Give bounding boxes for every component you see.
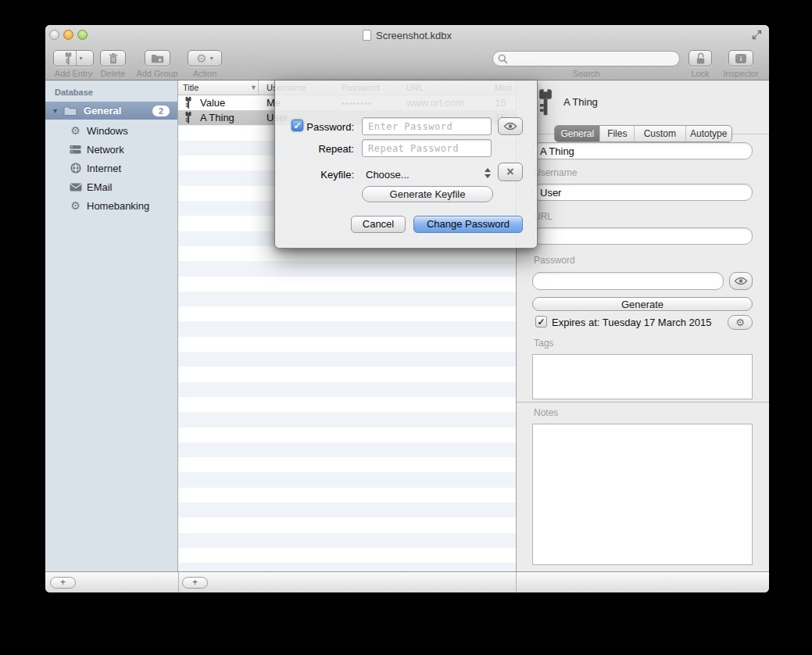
- add-group-footer-button[interactable]: +: [50, 577, 76, 589]
- tab-general[interactable]: General: [555, 126, 599, 141]
- password-label: Password: [534, 255, 575, 266]
- stepper-icon[interactable]: [485, 168, 491, 178]
- repeat-label: Repeat:: [299, 143, 354, 155]
- cell-title: A Thing: [200, 112, 234, 123]
- sidebar-item-label: EMail: [87, 181, 113, 193]
- generate-password-button[interactable]: Generate: [532, 297, 753, 311]
- notes-textarea[interactable]: [532, 424, 753, 565]
- gear-icon: ⚙: [69, 125, 82, 136]
- notes-label: Notes: [534, 407, 558, 418]
- entry-count-badge: 2: [152, 106, 170, 116]
- gear-icon: ⚙: [69, 200, 82, 211]
- password-field[interactable]: [532, 272, 724, 290]
- sidebar-group-label: General: [84, 105, 121, 116]
- sidebar-section-header: Database: [55, 88, 93, 97]
- window-chrome: Screenshot.kdbx ▾: [45, 25, 769, 81]
- expires-options-button[interactable]: ⚙: [728, 315, 753, 330]
- sidebar-item-label: Internet: [87, 163, 121, 174]
- app-window: Screenshot.kdbx ▾: [45, 25, 769, 592]
- disclosure-triangle-icon[interactable]: ▾: [53, 106, 57, 115]
- delete-button[interactable]: [100, 50, 126, 66]
- eye-icon: [734, 277, 748, 285]
- key-icon: [537, 88, 554, 118]
- add-group-label: Add Group: [127, 69, 187, 78]
- add-entry-footer-button[interactable]: +: [182, 577, 208, 589]
- inspector-panel: A Thing General Files Custom Autotype Us…: [516, 81, 769, 571]
- sidebar: Database ▾ General 2 ⚙ Windows Network: [45, 81, 178, 571]
- split-divider: [76, 51, 77, 66]
- password-label: Password:: [299, 121, 354, 133]
- cancel-button[interactable]: Cancel: [351, 216, 406, 233]
- sidebar-item-label: Windows: [87, 125, 128, 137]
- info-icon: i: [735, 54, 746, 63]
- url-field[interactable]: [532, 227, 753, 245]
- key-icon: [184, 96, 192, 109]
- add-group-button[interactable]: [145, 50, 170, 66]
- cell-title: Value: [200, 97, 225, 109]
- folder-plus-icon: [151, 53, 164, 64]
- window-footer: + +: [45, 571, 769, 592]
- inspector-tabs: General Files Custom Autotype: [554, 125, 732, 142]
- change-password-sheet: ✓ Password: Repeat: Keyfile: Choose... ×…: [274, 81, 538, 249]
- eye-icon: [503, 122, 517, 131]
- expires-label: Expires at: Tuesday 17 March 2015: [552, 317, 712, 328]
- footer-divider: [516, 572, 517, 592]
- expires-checkbox[interactable]: ✓: [535, 316, 547, 328]
- gear-icon: ⚙: [735, 317, 745, 328]
- sidebar-item-label: Homebanking: [87, 200, 149, 212]
- document-icon: [363, 30, 371, 41]
- sidebar-item-homebanking[interactable]: ⚙ Homebanking: [45, 196, 177, 215]
- username-field[interactable]: [532, 184, 753, 201]
- column-header-title[interactable]: Title: [183, 83, 199, 92]
- folder-icon: [63, 106, 77, 116]
- gear-icon: ⚙: [196, 52, 206, 64]
- sidebar-item-windows[interactable]: ⚙ Windows: [45, 121, 177, 140]
- column-divider[interactable]: [258, 81, 259, 95]
- lock-open-icon: [695, 52, 706, 65]
- lock-button[interactable]: [689, 50, 712, 66]
- sidebar-item-network[interactable]: Network: [45, 140, 177, 159]
- tab-files[interactable]: Files: [599, 126, 634, 141]
- repeat-password-input[interactable]: [362, 139, 492, 157]
- tab-custom[interactable]: Custom: [634, 126, 685, 141]
- action-label: Action: [186, 69, 224, 78]
- clear-keyfile-button[interactable]: ×: [498, 163, 523, 181]
- key-icon: [184, 111, 192, 124]
- sidebar-item-email[interactable]: EMail: [45, 177, 177, 196]
- title-field[interactable]: [532, 142, 753, 159]
- globe-icon: [69, 163, 82, 174]
- window-title: Screenshot.kdbx: [45, 30, 769, 41]
- inspector-label: Inspector: [714, 69, 768, 78]
- section-divider[interactable]: [517, 402, 769, 403]
- search-input[interactable]: [508, 53, 674, 64]
- search-icon: [498, 54, 508, 64]
- show-password-button[interactable]: [729, 272, 753, 290]
- show-password-button[interactable]: [498, 117, 523, 135]
- generate-keyfile-button[interactable]: Generate Keyfile: [362, 186, 493, 202]
- inspector-button[interactable]: i: [728, 50, 753, 66]
- action-button[interactable]: ⚙ ▾: [188, 50, 222, 66]
- search-field[interactable]: [492, 51, 680, 66]
- new-password-input[interactable]: [362, 117, 492, 135]
- keyfile-label: Keyfile:: [299, 169, 354, 181]
- add-entry-button[interactable]: ▾: [53, 50, 94, 66]
- add-entry-label: Add Entry: [45, 69, 102, 78]
- fullscreen-icon[interactable]: [752, 30, 762, 40]
- change-password-button[interactable]: Change Password: [413, 216, 523, 233]
- keyfile-popup[interactable]: Choose...: [366, 169, 410, 181]
- footer-divider: [178, 572, 179, 592]
- sidebar-item-internet[interactable]: Internet: [45, 159, 177, 177]
- server-icon: [69, 145, 82, 155]
- sidebar-item-label: Network: [87, 144, 124, 156]
- tab-autotype[interactable]: Autotype: [685, 126, 732, 141]
- sidebar-group-general[interactable]: ▾ General 2: [45, 102, 177, 120]
- envelope-icon: [69, 183, 82, 191]
- trash-icon: [108, 52, 119, 65]
- search-label: Search: [555, 69, 617, 78]
- chevron-down-icon: ▾: [210, 55, 213, 62]
- close-icon: ×: [506, 166, 513, 178]
- delete-label: Delete: [95, 69, 131, 78]
- key-icon: [64, 52, 73, 66]
- tags-textarea[interactable]: [532, 354, 753, 399]
- inspector-entry-title: A Thing: [563, 96, 598, 108]
